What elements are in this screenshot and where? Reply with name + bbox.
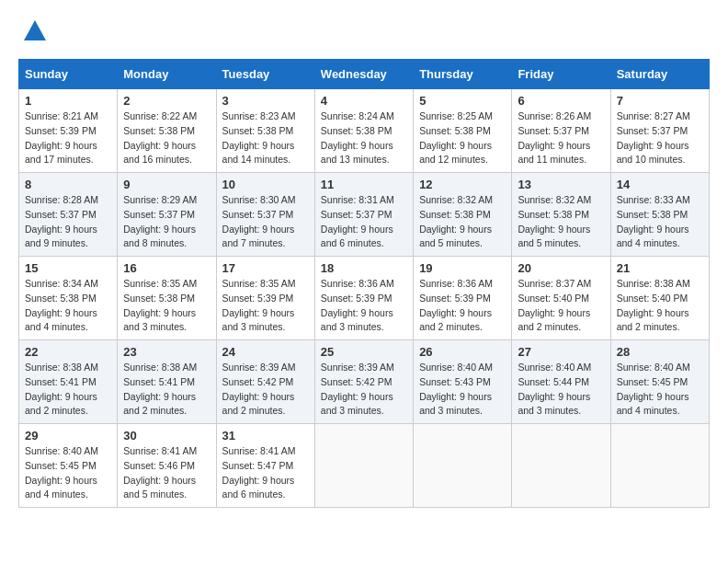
calendar-week-row: 29 Sunrise: 8:40 AM Sunset: 5:45 PM Dayl… (19, 424, 710, 508)
day-number: 22 (25, 345, 111, 359)
day-number: 30 (123, 429, 210, 442)
day-number: 6 (518, 94, 604, 108)
calendar-week-row: 8 Sunrise: 8:28 AM Sunset: 5:37 PM Dayli… (19, 173, 710, 257)
day-info: Sunrise: 8:38 AM Sunset: 5:40 PM Dayligh… (617, 278, 690, 332)
calendar-cell: 21 Sunrise: 8:38 AM Sunset: 5:40 PM Dayl… (610, 257, 709, 340)
day-number: 13 (518, 178, 604, 191)
day-info: Sunrise: 8:29 AM Sunset: 5:37 PM Dayligh… (123, 194, 197, 248)
day-number: 27 (518, 345, 604, 359)
calendar-cell: 15 Sunrise: 8:34 AM Sunset: 5:38 PM Dayl… (19, 257, 118, 340)
calendar-cell: 14 Sunrise: 8:33 AM Sunset: 5:38 PM Dayl… (610, 173, 709, 257)
day-number: 18 (321, 261, 407, 275)
day-number: 28 (617, 345, 703, 359)
day-number: 7 (617, 94, 703, 108)
calendar-cell: 20 Sunrise: 8:37 AM Sunset: 5:40 PM Dayl… (512, 257, 610, 340)
column-header-tuesday: Tuesday (216, 60, 314, 89)
calendar-cell (610, 424, 709, 508)
day-info: Sunrise: 8:23 AM Sunset: 5:38 PM Dayligh… (222, 110, 296, 165)
day-info: Sunrise: 8:41 AM Sunset: 5:47 PM Dayligh… (222, 445, 296, 500)
day-info: Sunrise: 8:21 AM Sunset: 5:39 PM Dayligh… (25, 110, 98, 165)
day-number: 11 (321, 178, 407, 191)
day-info: Sunrise: 8:39 AM Sunset: 5:42 PM Dayligh… (321, 362, 394, 416)
column-header-thursday: Thursday (414, 60, 512, 89)
day-info: Sunrise: 8:40 AM Sunset: 5:45 PM Dayligh… (25, 445, 98, 500)
calendar-cell: 29 Sunrise: 8:40 AM Sunset: 5:45 PM Dayl… (19, 424, 118, 508)
calendar-cell: 2 Sunrise: 8:22 AM Sunset: 5:38 PM Dayli… (118, 89, 216, 173)
column-header-sunday: Sunday (19, 60, 118, 89)
calendar-cell: 16 Sunrise: 8:35 AM Sunset: 5:38 PM Dayl… (118, 257, 216, 340)
calendar-cell: 17 Sunrise: 8:35 AM Sunset: 5:39 PM Dayl… (216, 257, 314, 340)
day-info: Sunrise: 8:35 AM Sunset: 5:39 PM Dayligh… (222, 278, 296, 332)
day-info: Sunrise: 8:26 AM Sunset: 5:37 PM Dayligh… (518, 110, 591, 165)
calendar-cell: 6 Sunrise: 8:26 AM Sunset: 5:37 PM Dayli… (512, 89, 610, 173)
calendar-cell: 30 Sunrise: 8:41 AM Sunset: 5:46 PM Dayl… (118, 424, 216, 508)
calendar-cell: 11 Sunrise: 8:31 AM Sunset: 5:37 PM Dayl… (314, 173, 413, 257)
day-number: 21 (617, 261, 703, 275)
calendar-cell: 22 Sunrise: 8:38 AM Sunset: 5:41 PM Dayl… (19, 340, 118, 424)
calendar-cell (314, 424, 413, 508)
calendar-cell: 27 Sunrise: 8:40 AM Sunset: 5:44 PM Dayl… (512, 340, 610, 424)
calendar-week-row: 1 Sunrise: 8:21 AM Sunset: 5:39 PM Dayli… (19, 89, 710, 173)
day-number: 26 (419, 345, 506, 359)
calendar-cell: 12 Sunrise: 8:32 AM Sunset: 5:38 PM Dayl… (414, 173, 512, 257)
day-number: 16 (123, 261, 210, 275)
calendar-cell: 18 Sunrise: 8:36 AM Sunset: 5:39 PM Dayl… (314, 257, 413, 340)
day-number: 19 (419, 261, 506, 275)
day-info: Sunrise: 8:24 AM Sunset: 5:38 PM Dayligh… (321, 110, 394, 165)
day-number: 29 (25, 429, 111, 442)
day-info: Sunrise: 8:35 AM Sunset: 5:38 PM Dayligh… (123, 278, 197, 332)
day-info: Sunrise: 8:36 AM Sunset: 5:39 PM Dayligh… (419, 278, 493, 332)
day-number: 31 (222, 429, 309, 442)
calendar-header-row: SundayMondayTuesdayWednesdayThursdayFrid… (19, 60, 710, 89)
calendar-cell: 3 Sunrise: 8:23 AM Sunset: 5:38 PM Dayli… (216, 89, 314, 173)
page-header (18, 18, 710, 44)
day-number: 8 (25, 178, 111, 191)
calendar-cell: 9 Sunrise: 8:29 AM Sunset: 5:37 PM Dayli… (118, 173, 216, 257)
day-number: 10 (222, 178, 309, 191)
day-info: Sunrise: 8:39 AM Sunset: 5:42 PM Dayligh… (222, 362, 296, 416)
day-number: 24 (222, 345, 309, 359)
calendar-cell: 13 Sunrise: 8:32 AM Sunset: 5:38 PM Dayl… (512, 173, 610, 257)
calendar-cell: 5 Sunrise: 8:25 AM Sunset: 5:38 PM Dayli… (414, 89, 512, 173)
day-number: 20 (518, 261, 604, 275)
day-info: Sunrise: 8:30 AM Sunset: 5:37 PM Dayligh… (222, 194, 296, 248)
day-number: 9 (123, 178, 210, 191)
day-info: Sunrise: 8:37 AM Sunset: 5:40 PM Dayligh… (518, 278, 591, 332)
calendar-cell: 26 Sunrise: 8:40 AM Sunset: 5:43 PM Dayl… (414, 340, 512, 424)
day-number: 15 (25, 261, 111, 275)
day-number: 1 (25, 94, 111, 108)
day-number: 4 (321, 94, 407, 108)
day-info: Sunrise: 8:36 AM Sunset: 5:39 PM Dayligh… (321, 278, 394, 332)
calendar-week-row: 15 Sunrise: 8:34 AM Sunset: 5:38 PM Dayl… (19, 257, 710, 340)
calendar-cell: 10 Sunrise: 8:30 AM Sunset: 5:37 PM Dayl… (216, 173, 314, 257)
calendar-cell: 4 Sunrise: 8:24 AM Sunset: 5:38 PM Dayli… (314, 89, 413, 173)
column-header-wednesday: Wednesday (314, 60, 413, 89)
day-number: 23 (123, 345, 210, 359)
svg-marker-0 (24, 20, 46, 40)
day-info: Sunrise: 8:34 AM Sunset: 5:38 PM Dayligh… (25, 278, 98, 332)
calendar-table: SundayMondayTuesdayWednesdayThursdayFrid… (18, 59, 710, 508)
calendar-cell: 7 Sunrise: 8:27 AM Sunset: 5:37 PM Dayli… (610, 89, 709, 173)
day-number: 14 (617, 178, 703, 191)
calendar-cell: 8 Sunrise: 8:28 AM Sunset: 5:37 PM Dayli… (19, 173, 118, 257)
day-number: 5 (419, 94, 506, 108)
day-info: Sunrise: 8:40 AM Sunset: 5:43 PM Dayligh… (419, 362, 493, 416)
calendar-cell: 1 Sunrise: 8:21 AM Sunset: 5:39 PM Dayli… (19, 89, 118, 173)
day-info: Sunrise: 8:22 AM Sunset: 5:38 PM Dayligh… (123, 110, 197, 165)
day-info: Sunrise: 8:38 AM Sunset: 5:41 PM Dayligh… (25, 362, 98, 416)
calendar-cell: 25 Sunrise: 8:39 AM Sunset: 5:42 PM Dayl… (314, 340, 413, 424)
day-info: Sunrise: 8:28 AM Sunset: 5:37 PM Dayligh… (25, 194, 98, 248)
day-info: Sunrise: 8:27 AM Sunset: 5:37 PM Dayligh… (617, 110, 690, 165)
calendar-cell: 23 Sunrise: 8:38 AM Sunset: 5:41 PM Dayl… (118, 340, 216, 424)
calendar-cell: 24 Sunrise: 8:39 AM Sunset: 5:42 PM Dayl… (216, 340, 314, 424)
day-number: 25 (321, 345, 407, 359)
calendar-cell: 31 Sunrise: 8:41 AM Sunset: 5:47 PM Dayl… (216, 424, 314, 508)
day-number: 12 (419, 178, 506, 191)
day-number: 17 (222, 261, 309, 275)
day-info: Sunrise: 8:32 AM Sunset: 5:38 PM Dayligh… (419, 194, 493, 248)
calendar-cell (414, 424, 512, 508)
day-info: Sunrise: 8:32 AM Sunset: 5:38 PM Dayligh… (518, 194, 591, 248)
calendar-week-row: 22 Sunrise: 8:38 AM Sunset: 5:41 PM Dayl… (19, 340, 710, 424)
day-number: 2 (123, 94, 210, 108)
calendar-cell: 19 Sunrise: 8:36 AM Sunset: 5:39 PM Dayl… (414, 257, 512, 340)
